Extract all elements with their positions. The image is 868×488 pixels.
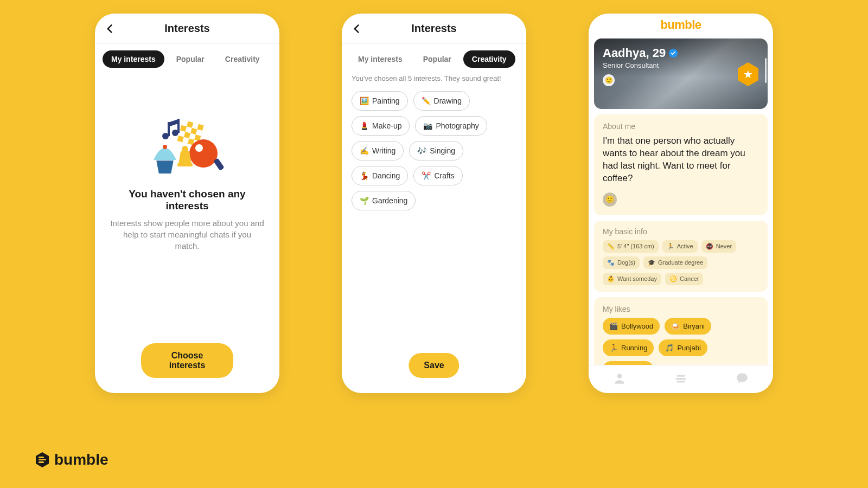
back-button[interactable] [352,23,362,34]
about-text: I'm that one person who actually wants t… [603,135,759,185]
empty-title: You haven't chosen any interests [107,188,267,212]
info-chip-education: 🎓Graduate degree [643,256,707,269]
paw-icon: 🐾 [607,259,615,266]
crafts-icon: ✂️ [422,171,431,180]
tab-creativity[interactable]: Creativity [216,50,269,68]
profile-name-text: Aadhya, 29 [603,46,666,60]
chip-singing[interactable]: 🎶Singing [409,141,463,160]
baby-icon: 👶 [607,275,615,282]
tab-popular[interactable]: Popular [168,50,213,68]
svg-point-13 [189,139,218,168]
smoking-icon: 🚭 [706,243,713,250]
chip-drawing[interactable]: ✏️Drawing [413,91,470,111]
info-chip-zodiac: ♋Cancer [665,273,703,285]
svg-rect-21 [675,377,686,379]
chip-label: Singing [430,146,455,155]
food-icon: 🍛 [671,322,680,330]
like-chip-running: 🏃Running [603,339,654,356]
bumble-logo: bumble [35,451,108,468]
basic-info-section: My basic info 📏5' 4" (163 cm) 🏃Active 🚭N… [594,221,768,292]
ruler-icon: 📏 [607,243,615,250]
svg-rect-20 [676,375,685,376]
profile-role: Senior Consultant [603,61,659,69]
chip-label: Painting [372,97,400,105]
chat-icon [735,371,749,386]
chip-label: Crafts [434,171,454,180]
chip-gardening[interactable]: 🌱Gardening [352,191,416,210]
profile-hero[interactable]: Aadhya, 29 Senior Consultant 🙂 ★ [594,38,768,109]
chip-painting[interactable]: 🖼️Painting [352,91,408,111]
singing-icon: 🎶 [417,146,426,155]
chip-photography[interactable]: 📷Photography [415,116,487,136]
phone-interests-creativity: Interests My interests Popular Creativit… [342,14,526,393]
photo-progress-indicator [765,58,767,83]
save-button[interactable]: Save [409,353,459,378]
chip-label: Writing [372,146,395,155]
chip-crafts[interactable]: ✂️Crafts [413,166,462,185]
film-icon: 🎬 [609,322,618,330]
about-section: About me I'm that one person who actuall… [594,114,768,215]
helper-text: You've chosen all 5 interests. They soun… [342,73,526,89]
svg-rect-22 [676,381,685,382]
like-chip-bollywood: 🎬Bollywood [603,318,660,335]
painting-icon: 🖼️ [360,97,369,105]
writing-icon: ✍️ [360,146,369,155]
tab-popular[interactable]: Popular [414,50,460,68]
empty-subtitle: Interests show people more about you and… [107,217,267,252]
info-chip-height: 📏5' 4" (163 cm) [603,240,659,253]
person-icon [612,371,627,386]
nav-profile[interactable] [612,371,627,388]
star-icon: ★ [743,68,753,81]
svg-rect-10 [168,122,170,136]
svg-point-14 [195,144,203,152]
header: Interests [342,14,526,44]
bumble-wordmark: bumble [54,451,108,468]
profile-name: Aadhya, 29 [603,46,678,60]
chevron-left-icon [105,23,116,34]
phone-profile: bumble Aadhya, 29 Senior Consultant 🙂 ★ … [589,14,773,393]
chevron-left-icon [352,23,362,34]
like-chip-biryani: 🍛Biryani [665,318,711,335]
basic-info-chips: 📏5' 4" (163 cm) 🏃Active 🚭Never 🐾Dog(s) 🎓… [603,240,759,285]
brand-header: bumble [589,14,773,36]
tab-sports[interactable]: Spo [519,50,526,68]
chip-label: Drawing [434,97,462,105]
svg-rect-17 [177,163,193,166]
gardening-icon: 🌱 [360,196,369,205]
running-icon: 🏃 [609,344,618,352]
choose-interests-button[interactable]: Choose interests [141,343,233,378]
reaction-button[interactable]: 🙂 [603,192,617,207]
tab-sports[interactable]: Sports [272,50,279,68]
info-chip-kids: 👶Want someday [603,273,661,285]
page-title: Interests [164,22,209,35]
chip-label: Photography [436,121,478,130]
like-chip-punjabi: 🎵Punjabi [659,339,707,356]
about-label: About me [603,122,759,131]
svg-rect-15 [213,158,225,171]
info-chip-pets: 🐾Dog(s) [603,256,640,269]
tab-my-interests[interactable]: My interests [349,50,411,68]
tab-creativity[interactable]: Creativity [463,50,515,68]
nav-chat[interactable] [735,371,749,388]
chip-label: Make-up [372,121,401,130]
zodiac-icon: ♋ [669,275,677,282]
page-title: Interests [411,22,456,35]
bumble-hex-icon [35,452,50,467]
chip-dancing[interactable]: 💃Dancing [352,166,408,185]
svg-point-19 [617,374,622,378]
bottom-nav [589,365,773,393]
info-chip-smoking: 🚭Never [701,240,736,253]
interests-illustration-icon [149,117,225,176]
tabs: My interests Popular Creativity Spo [342,44,526,73]
music-icon: 🎵 [665,344,674,352]
basic-info-label: My basic info [603,227,759,236]
chip-makeup[interactable]: 💄Make-up [352,116,410,136]
photography-icon: 📷 [423,121,432,130]
nav-hive[interactable] [674,371,688,388]
tab-my-interests[interactable]: My interests [103,50,164,68]
reaction-button[interactable]: 🙂 [603,74,615,86]
chip-writing[interactable]: ✍️Writing [352,141,404,160]
interest-chips: 🖼️Painting ✏️Drawing 💄Make-up 📷Photograp… [342,89,526,213]
back-button[interactable] [105,23,116,34]
info-chip-active: 🏃Active [662,240,698,253]
